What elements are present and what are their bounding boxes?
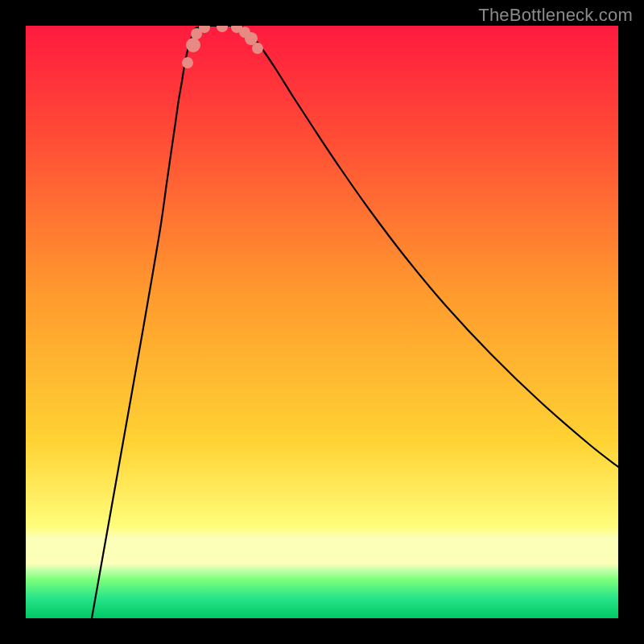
- watermark-text: TheBottleneck.com: [478, 5, 633, 26]
- curve-marker: [186, 38, 200, 52]
- curve-marker: [252, 43, 263, 54]
- curve-marker: [182, 57, 193, 68]
- gradient-background: [26, 26, 618, 618]
- frame: TheBottleneck.com: [0, 0, 644, 644]
- bottleneck-chart: [26, 26, 618, 618]
